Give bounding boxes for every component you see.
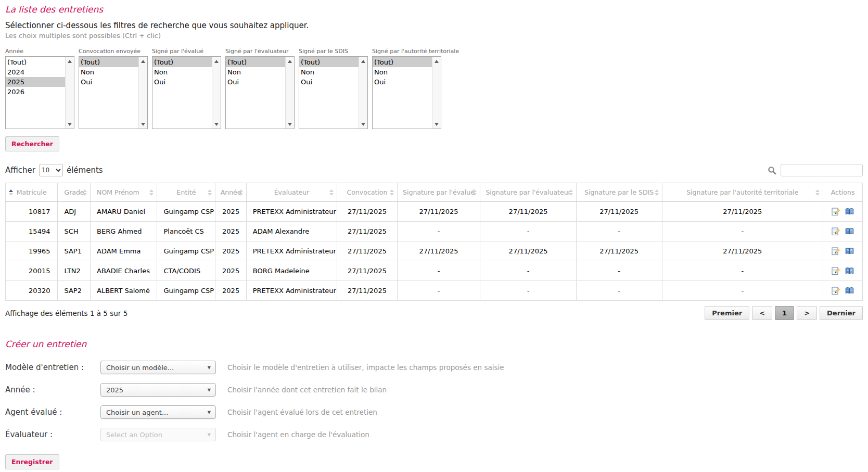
filter-signe-sdis-listbox[interactable]: (Tout) Non Oui: [299, 56, 368, 129]
scrollbar[interactable]: [212, 57, 221, 129]
listbox-option-selected[interactable]: (Tout): [373, 57, 432, 67]
pagination-prev-button[interactable]: <: [752, 306, 772, 320]
rechercher-button[interactable]: Rechercher: [5, 136, 59, 151]
modele-dropdown[interactable]: Choisir un modèle... ▼: [100, 361, 216, 374]
listbox-option-selected[interactable]: (Tout): [79, 57, 138, 67]
filter-signe-sdis: Signé par le SDIS (Tout) Non Oui: [299, 48, 368, 129]
listbox-option-selected[interactable]: (Tout): [226, 57, 285, 67]
filter-annee: Année (Tout) 2024 2025 2026: [5, 48, 74, 129]
listbox-option[interactable]: Non: [152, 67, 212, 77]
listbox-option[interactable]: (Tout): [6, 57, 65, 67]
page-length-select[interactable]: 10: [39, 164, 63, 176]
listbox-option-selected[interactable]: (Tout): [299, 57, 359, 67]
listbox-option[interactable]: Oui: [152, 77, 212, 87]
scroll-down-icon[interactable]: [360, 121, 367, 127]
cell-signature-autorite: -: [662, 281, 823, 301]
filter-annee-options: (Tout) 2024 2025 2026: [6, 57, 65, 129]
agent-evalue-dropdown[interactable]: Choisir un agent... ▼: [100, 405, 216, 419]
view-entretien-icon[interactable]: [845, 266, 854, 275]
col-header-grade[interactable]: Grade: [58, 183, 91, 202]
pagination-next-button[interactable]: >: [797, 306, 817, 320]
scroll-down-icon[interactable]: [140, 121, 147, 127]
filter-signe-evalue: Signé par l'évalué (Tout) Non Oui: [152, 48, 221, 129]
pagination-last-button[interactable]: Dernier: [820, 306, 863, 320]
edit-entretien-icon[interactable]: [832, 286, 840, 295]
scroll-down-icon[interactable]: [67, 121, 73, 127]
annee-dropdown[interactable]: 2025 ▼: [100, 383, 216, 397]
filter-convocation-listbox[interactable]: (Tout) Non Oui: [79, 56, 148, 129]
view-entretien-icon[interactable]: [845, 247, 854, 256]
col-header-signature-evalue[interactable]: Signature par l'évalué: [397, 183, 480, 202]
cell-signature-evaluateur: -: [480, 261, 576, 281]
scroll-down-icon[interactable]: [433, 121, 440, 127]
listbox-option[interactable]: 2024: [6, 67, 65, 77]
col-header-entite[interactable]: Entité: [157, 183, 215, 202]
filter-signe-autorite-listbox[interactable]: (Tout) Non Oui: [372, 56, 441, 129]
filter-signe-evalue-listbox[interactable]: (Tout) Non Oui: [152, 56, 221, 129]
listbox-option-selected[interactable]: 2025: [6, 77, 65, 87]
scrollbar[interactable]: [138, 57, 147, 129]
annee-dropdown-value: 2025: [106, 386, 123, 394]
cell-signature-autorite: -: [662, 261, 823, 281]
col-header-matricule[interactable]: Matricule: [6, 183, 58, 202]
cell-signature-sdis: -: [576, 261, 662, 281]
col-header-annee[interactable]: Année: [215, 183, 246, 202]
view-entretien-icon[interactable]: [845, 227, 854, 236]
cell-signature-evaluateur: 27/11/2025: [480, 202, 576, 222]
sort-icon: [208, 189, 212, 196]
table-search-input[interactable]: [781, 164, 863, 176]
pagination-page-1-button[interactable]: 1: [775, 306, 794, 320]
col-header-signature-autorite[interactable]: Signature par l'autorité territoriale: [662, 183, 823, 202]
cell-matricule: 15494: [6, 222, 58, 241]
sort-icon: [9, 189, 13, 196]
filter-signe-evaluateur-options: (Tout) Non Oui: [226, 57, 285, 129]
scrollbar[interactable]: [65, 57, 74, 129]
listbox-option-selected[interactable]: (Tout): [152, 57, 212, 67]
scroll-down-icon[interactable]: [213, 121, 220, 127]
listbox-option[interactable]: Oui: [299, 77, 359, 87]
edit-entretien-icon[interactable]: [832, 207, 840, 216]
col-header-evaluateur[interactable]: Évaluateur: [246, 183, 337, 202]
col-header-convocation[interactable]: Convocation: [337, 183, 397, 202]
col-header-nom-prenom[interactable]: NOM Prénom: [91, 183, 157, 202]
cell-actions: [823, 222, 863, 241]
scroll-up-icon[interactable]: [360, 58, 367, 65]
listbox-option[interactable]: 2026: [6, 87, 65, 97]
col-header-signature-evaluateur[interactable]: Signature par l'évaluateur: [480, 183, 576, 202]
edit-entretien-icon[interactable]: [832, 247, 840, 256]
scrollbar[interactable]: [359, 57, 367, 129]
filter-signe-evalue-options: (Tout) Non Oui: [152, 57, 212, 129]
scroll-down-icon[interactable]: [287, 121, 293, 127]
listbox-option[interactable]: Oui: [373, 77, 432, 87]
filter-convocation-label: Convocation envoyée: [79, 48, 148, 55]
listbox-option[interactable]: Non: [79, 67, 138, 77]
cell-signature-sdis: 27/11/2025: [576, 241, 662, 261]
listbox-option[interactable]: Non: [373, 67, 432, 77]
scroll-up-icon[interactable]: [287, 58, 293, 65]
edit-entretien-icon[interactable]: [832, 227, 840, 236]
cell-signature-sdis: -: [576, 222, 662, 241]
cell-nom: ALBERT Salomé: [91, 281, 157, 301]
cell-grade: SCH: [58, 222, 91, 241]
scrollbar[interactable]: [285, 57, 294, 129]
cell-entite: Guingamp CSP: [157, 241, 215, 261]
pagination-first-button[interactable]: Premier: [705, 306, 749, 320]
enregistrer-button[interactable]: Enregistrer: [5, 454, 59, 469]
scroll-up-icon[interactable]: [213, 58, 220, 65]
agent-evalue-hint: Choisir l'agent évalué lors de cet entre…: [227, 408, 377, 416]
edit-entretien-icon[interactable]: [832, 266, 840, 275]
listbox-option[interactable]: Oui: [79, 77, 138, 87]
scrollbar[interactable]: [432, 57, 441, 129]
listbox-option[interactable]: Oui: [226, 77, 285, 87]
filter-signe-evaluateur-listbox[interactable]: (Tout) Non Oui: [225, 56, 295, 129]
scroll-up-icon[interactable]: [140, 58, 147, 65]
view-entretien-icon[interactable]: [845, 286, 854, 295]
cell-annee: 2025: [215, 202, 246, 222]
listbox-option[interactable]: Non: [226, 67, 285, 77]
listbox-option[interactable]: Non: [299, 67, 359, 77]
filter-annee-listbox[interactable]: (Tout) 2024 2025 2026: [5, 56, 74, 129]
scroll-up-icon[interactable]: [67, 58, 73, 65]
col-header-signature-sdis[interactable]: Signature par le SDIS: [576, 183, 662, 202]
view-entretien-icon[interactable]: [845, 207, 854, 216]
scroll-up-icon[interactable]: [433, 58, 440, 65]
